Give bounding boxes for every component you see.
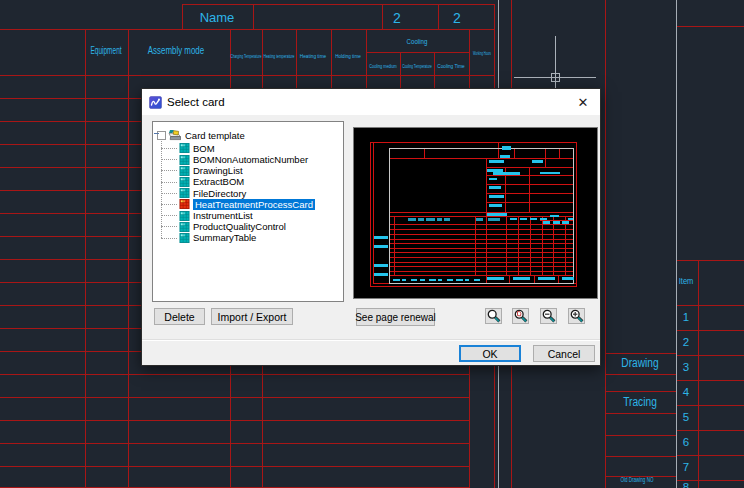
close-icon[interactable]: ✕	[566, 89, 600, 115]
dialog-title: Select card	[167, 96, 225, 108]
item-row-number: 1	[683, 312, 689, 324]
magnifier-icon	[487, 309, 501, 323]
column-header-cooling-medium: Cooling medium	[369, 63, 396, 69]
tree-item-FileDirectory[interactable]: FileDirectory	[153, 188, 246, 199]
cell-name-label: Name	[200, 11, 235, 24]
card-template-tree[interactable]: Card template BOMBOMNonAutomaticNumberDr…	[152, 121, 344, 302]
column-header-charging-temperature: Charging Temperature	[231, 53, 262, 59]
card-icon	[179, 143, 190, 153]
delete-button[interactable]: Delete	[154, 308, 205, 325]
column-header-cooling: Cooling	[407, 38, 428, 46]
item-row-number: 2	[683, 337, 689, 349]
item-row-number: 6	[683, 437, 689, 449]
zoom-out-button[interactable]	[540, 308, 557, 324]
column-header-cooling-temperature: Cooling Temperature	[402, 63, 432, 69]
item-row-number: 3	[683, 362, 689, 374]
tree-item-BOMNonAutomaticNumber[interactable]: BOMNonAutomaticNumber	[153, 154, 308, 165]
tree-item-ExtractBOM[interactable]: ExtractBOM	[153, 176, 244, 187]
tree-item-label[interactable]: SummaryTable	[193, 232, 256, 243]
tree-item-label[interactable]: DrawingList	[193, 165, 243, 176]
import-export-button[interactable]: Import / Export	[211, 308, 293, 325]
card-preview-drawing	[354, 128, 597, 298]
item-row-number: 4	[683, 387, 689, 399]
cancel-button-label: Cancel	[548, 348, 581, 360]
dialog-titlebar[interactable]: Select card ✕	[142, 89, 600, 115]
tree-item-label[interactable]: FileDirectory	[193, 188, 246, 199]
tree-item-label[interactable]: ExtractBOM	[193, 176, 244, 187]
tree-item-label[interactable]: HeatTreatmentProcessCard	[193, 199, 315, 210]
column-header-working-hours: Working Hours	[473, 50, 491, 56]
zoom-in-button[interactable]	[568, 308, 585, 324]
item-row-number: 7	[683, 462, 689, 474]
tree-collapse-icon[interactable]	[157, 131, 166, 140]
column-header-holding-time: Holding time	[335, 53, 361, 59]
card-icon	[179, 233, 190, 243]
cell-value-2: 2	[453, 11, 461, 25]
ok-button-label: OK	[482, 348, 497, 360]
cancel-button[interactable]: Cancel	[533, 345, 595, 362]
app-logo-icon	[149, 96, 162, 109]
tree-item-label[interactable]: InstrumentList	[193, 210, 253, 221]
zoom-page-button[interactable]	[512, 308, 529, 324]
see-page-renewal-button-label: See page renewal	[355, 312, 436, 323]
magnifier-page-icon	[514, 309, 528, 323]
column-header-cooling-time: Cooling Time	[437, 63, 464, 69]
cell-drawing-label: Drawing	[621, 357, 658, 369]
tree-item-label[interactable]: BOM	[193, 143, 215, 154]
column-header-heating-temperature: Heating temperature	[264, 53, 295, 59]
tree-item-BOM[interactable]: BOM	[153, 143, 215, 154]
card-icon	[179, 188, 190, 198]
item-row-number: 5	[683, 412, 689, 424]
card-icon	[179, 177, 190, 187]
tree-item-DrawingList[interactable]: DrawingList	[153, 165, 243, 176]
magnifier-minus-icon	[542, 309, 556, 323]
ok-button[interactable]: OK	[459, 345, 521, 362]
column-header-item: Item	[679, 276, 694, 285]
cad-application-canvas: Name 2 2 Equipment Assembly mode Chargin…	[0, 0, 744, 488]
cell-tracing-label: Tracing	[623, 396, 657, 408]
tree-item-SummaryTable[interactable]: SummaryTable	[153, 232, 256, 243]
card-preview-panel	[353, 127, 598, 299]
column-header-heating-time: Heating time	[300, 53, 326, 59]
item-row-number: 8	[683, 482, 689, 488]
select-card-dialog: Select card ✕ Card template	[141, 88, 601, 366]
see-page-renewal-button[interactable]: See page renewal	[356, 308, 435, 326]
tree-root-row[interactable]: Card template	[153, 130, 245, 141]
dialog-separator	[142, 339, 600, 341]
magnifier-plus-icon	[570, 309, 584, 323]
card-icon	[179, 155, 190, 165]
import-export-button-label: Import / Export	[218, 311, 287, 323]
card-icon	[179, 166, 190, 176]
tree-item-label[interactable]: BOMNonAutomaticNumber	[193, 154, 308, 165]
cell-old-drawing-label: Old Drawing NO	[621, 477, 654, 483]
cell-value-1: 2	[393, 11, 401, 25]
tree-item-label[interactable]: ProductQualityControl	[193, 221, 286, 232]
tree-item-InstrumentList[interactable]: InstrumentList	[153, 210, 253, 221]
column-header-assembly-mode: Assembly mode	[148, 45, 204, 56]
delete-button-label: Delete	[164, 311, 194, 323]
tree-item-ProductQualityControl[interactable]: ProductQualityControl	[153, 221, 286, 232]
zoom-button[interactable]	[485, 308, 502, 324]
tree-item-HeatTreatmentProcessCard[interactable]: HeatTreatmentProcessCard	[153, 199, 315, 210]
card-icon	[179, 222, 190, 232]
tree-root-label[interactable]: Card template	[185, 130, 245, 141]
column-header-equipment: Equipment	[90, 45, 121, 56]
card-icon-selected	[179, 199, 190, 209]
card-icon	[179, 211, 190, 221]
card-template-folder-icon	[168, 130, 181, 141]
